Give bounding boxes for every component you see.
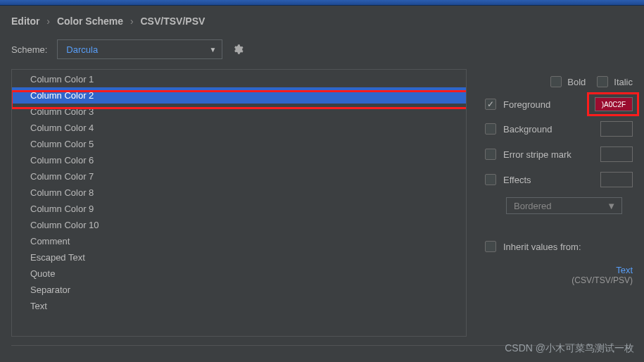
foreground-label: Foreground [503, 99, 550, 110]
attributes-list[interactable]: Column Color 1Column Color 2Column Color… [11, 69, 467, 337]
chevron-right-icon: › [46, 15, 50, 27]
foreground-swatch[interactable]: )A0C2F [595, 97, 633, 111]
foreground-hex: )A0C2F [602, 101, 626, 108]
list-item[interactable]: Column Color 6 [12, 152, 466, 168]
inherit-link[interactable]: Text [485, 265, 633, 275]
error-stripe-checkbox[interactable] [485, 149, 496, 160]
chevron-down-icon: ▼ [209, 46, 216, 54]
effects-swatch[interactable] [600, 172, 633, 187]
effects-type-value: Bordered [514, 201, 551, 211]
inherit-label: Inherit values from: [503, 242, 581, 252]
background-swatch[interactable] [600, 121, 633, 137]
list-item[interactable]: Column Color 4 [12, 120, 466, 136]
list-item[interactable]: Column Color 9 [12, 201, 466, 217]
italic-checkbox[interactable] [597, 76, 608, 87]
list-item[interactable]: Quote [12, 266, 466, 282]
list-item[interactable]: Column Color 7 [12, 168, 466, 185]
breadcrumb-color-scheme[interactable]: Color Scheme [57, 15, 123, 27]
effects-type-select[interactable]: Bordered ▼ [506, 197, 622, 214]
chevron-right-icon: › [130, 15, 134, 27]
error-stripe-label: Error stripe mark [503, 149, 572, 160]
list-item[interactable]: Comment [12, 233, 466, 249]
error-stripe-swatch[interactable] [600, 146, 633, 162]
list-item[interactable]: Column Color 1 [12, 71, 466, 87]
list-item[interactable]: Column Color 2 [12, 87, 466, 104]
italic-label: Italic [614, 77, 633, 87]
list-item[interactable]: Escaped Text [12, 249, 466, 266]
list-item[interactable]: Column Color 5 [12, 136, 466, 152]
watermark: CSDN @小木可菜鸟测试一枚 [505, 342, 634, 355]
properties-panel: Bold Italic Foreground )A0C2F Background [485, 69, 633, 337]
list-item[interactable]: Separator [12, 282, 466, 298]
breadcrumb-csv[interactable]: CSV/TSV/PSV [141, 15, 206, 27]
list-item[interactable]: Column Color 3 [12, 104, 466, 120]
effects-label: Effects [503, 175, 531, 185]
window-title-bar [0, 0, 644, 6]
list-item[interactable]: Column Color 10 [12, 217, 466, 233]
bold-checkbox[interactable] [550, 76, 562, 87]
list-item[interactable]: Column Color 8 [12, 185, 466, 201]
scheme-label: Scheme: [11, 44, 47, 55]
background-label: Background [503, 124, 552, 135]
breadcrumb-editor[interactable]: Editor [11, 15, 39, 27]
gear-icon[interactable] [232, 44, 244, 55]
chevron-down-icon: ▼ [607, 201, 616, 211]
inherit-checkbox[interactable] [485, 241, 496, 252]
list-item[interactable]: Text [12, 298, 466, 314]
inherit-sub: (CSV/TSV/PSV) [485, 275, 633, 285]
bold-label: Bold [567, 77, 586, 87]
foreground-checkbox[interactable] [485, 99, 496, 110]
effects-checkbox[interactable] [485, 174, 496, 185]
breadcrumb: Editor › Color Scheme › CSV/TSV/PSV [0, 6, 644, 35]
scheme-select[interactable]: Darcula ▼ [57, 39, 222, 59]
scheme-value: Darcula [66, 44, 98, 55]
background-checkbox[interactable] [485, 123, 496, 135]
